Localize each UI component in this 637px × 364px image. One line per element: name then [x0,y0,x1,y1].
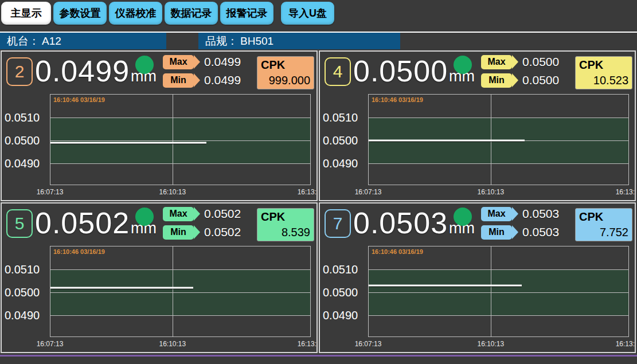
status-indicator [454,208,472,226]
y-tick-label: 0.0500 [323,285,366,300]
cpk-box: CPK 999.000 [257,56,314,89]
cpk-label: CPK [579,209,628,225]
x-axis: 16:07:13 16:10:13 16:13:13 [50,340,311,349]
tab-instrument-calibration[interactable]: 仪器校准 [109,2,162,25]
value-number: 0.0500 [353,54,448,88]
trend-chart: 0.0510 0.0500 0.0490 16:10:46 03/16/19 1… [320,246,635,352]
data-line [50,287,193,289]
cpk-box: CPK 10.523 [575,56,632,89]
channel-number: 4 [325,57,351,86]
x-axis: 16:07:13 16:10:13 16:13:13 [368,188,629,197]
max-min-column: Max 0.0499 Min 0.0499 [163,54,241,91]
x-tick-label: 16:07:13 [37,340,64,348]
trend-chart: 0.0510 0.0500 0.0490 16:10:46 03/16/19 1… [320,94,635,200]
y-tick-label: 0.0500 [323,133,366,148]
max-min-column: Max 0.0503 Min 0.0503 [481,206,559,243]
value-number: 0.0503 [353,206,448,240]
data-line [50,142,206,144]
gridline [369,163,628,164]
channel-panels-grid: 2 0.0499mm Max 0.0499 Min 0.0499 CPK 999… [0,49,637,353]
chart-timestamp: 16:10:46 03/16/19 [53,96,105,103]
y-tick-label: 0.0510 [323,262,366,277]
cpk-value: 8.539 [261,225,310,240]
min-value: 0.0499 [204,73,241,87]
machine-field: 机台： A12 [0,33,166,49]
channel-panel-2: 2 0.0499mm Max 0.0499 Min 0.0499 CPK 999… [1,50,318,201]
min-badge: Min [481,225,512,240]
channel-number: 7 [325,209,351,238]
max-min-column: Max 0.0502 Min 0.0502 [163,206,241,243]
gridline [491,246,491,336]
product-field: 品规： BH501 [198,33,400,49]
x-axis: 16:07:13 16:10:13 16:13:13 [368,340,629,349]
max-value: 0.0502 [204,207,241,221]
product-value: BH501 [240,35,273,48]
min-value: 0.0500 [522,73,559,87]
y-tick-label: 0.0490 [5,156,48,171]
x-tick-label: 16:07:13 [355,340,382,348]
max-value: 0.0500 [522,55,559,69]
plot-area: 16:10:46 03/16/19 [50,246,311,337]
cpk-label: CPK [579,57,628,73]
gridline [369,315,628,316]
max-value: 0.0499 [204,55,241,69]
info-bar-spacer [166,33,198,49]
tab-parameter-settings[interactable]: 参数设置 [53,2,107,25]
panel-header: 7 0.0503mm Max 0.0503 Min 0.0503 CPK 7.7… [320,203,635,246]
chart-timestamp: 16:10:46 03/16/19 [372,96,423,103]
value-number: 0.0499 [35,54,130,88]
cpk-value: 10.523 [579,73,628,88]
data-line [369,285,522,287]
tab-data-record[interactable]: 数据记录 [165,2,218,25]
x-tick-label: 16:13:13 [298,340,318,348]
tab-import-usb[interactable]: 导入U盘 [281,2,334,25]
gridline [369,269,628,270]
channel-number: 5 [6,209,33,238]
tab-main-display[interactable]: 主显示 [1,2,51,25]
status-indicator [135,56,154,74]
min-badge: Min [163,225,194,240]
max-badge: Max [163,207,194,221]
bottom-accent-line [0,355,637,357]
panel-header: 2 0.0499mm Max 0.0499 Min 0.0499 CPK 999… [2,52,316,94]
y-tick-label: 0.0490 [323,156,366,171]
gridline [173,95,173,185]
cpk-box: CPK 7.752 [575,208,632,241]
x-tick-label: 16:07:13 [37,188,64,196]
gridline [173,246,173,336]
y-tick-label: 0.0510 [323,110,366,125]
max-badge: Max [481,207,512,221]
gridline [369,292,628,293]
gridline [369,118,628,118]
panel-header: 4 0.0500mm Max 0.0500 Min 0.0500 CPK 10.… [320,52,635,94]
info-bar: 机台： A12 品规： BH501 [0,32,637,49]
x-tick-label: 16:13:13 [616,340,636,348]
min-badge: Min [163,73,194,88]
gridline [50,163,310,164]
channel-number: 2 [6,57,33,86]
gridline [50,140,310,141]
gridline [50,118,310,118]
y-tick-label: 0.0490 [5,308,48,323]
value-number: 0.0502 [35,206,130,240]
trend-chart: 0.0510 0.0500 0.0490 16:10:46 03/16/19 1… [2,246,316,352]
top-tab-bar: 主显示 参数设置 仪器校准 数据记录 报警记录 导入U盘 [0,0,637,32]
max-row: Max 0.0502 [163,206,241,221]
data-line [369,140,525,142]
x-axis: 16:07:13 16:10:13 16:13:13 [50,188,311,197]
panel-header: 5 0.0502mm Max 0.0502 Min 0.0502 CPK 8.5… [2,203,316,246]
max-min-column: Max 0.0500 Min 0.0500 [481,54,559,91]
min-badge: Min [481,73,512,88]
product-label: 品规： [205,34,238,49]
max-badge: Max [481,55,512,69]
max-row: Max 0.0500 [481,54,559,69]
chart-timestamp: 16:10:46 03/16/19 [53,248,105,255]
max-row: Max 0.0503 [481,206,559,221]
min-row: Min 0.0500 [481,73,559,88]
x-tick-label: 16:10:13 [477,340,504,348]
channel-panel-5: 5 0.0502mm Max 0.0502 Min 0.0502 CPK 8.5… [1,202,318,353]
tab-alarm-record[interactable]: 报警记录 [220,2,273,25]
cpk-label: CPK [261,57,310,73]
trend-chart: 0.0510 0.0500 0.0490 16:10:46 03/16/19 1… [2,94,316,200]
min-value: 0.0502 [204,225,241,239]
